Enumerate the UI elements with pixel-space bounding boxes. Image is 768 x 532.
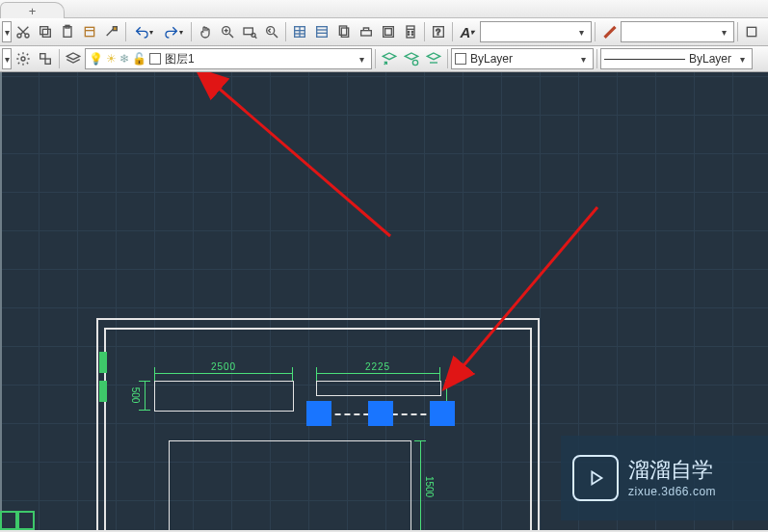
- main-toolbar: ▾ ▾ ▾: [0, 18, 768, 46]
- paste-icon[interactable]: [57, 21, 78, 42]
- calculator-icon[interactable]: [400, 21, 421, 42]
- plus-icon: +: [29, 4, 37, 18]
- pan-icon[interactable]: [195, 21, 216, 42]
- layer-states-icon[interactable]: [35, 48, 56, 69]
- layer-match-icon[interactable]: [423, 48, 444, 69]
- svg-rect-24: [317, 27, 328, 38]
- color-swatch: [455, 53, 466, 65]
- svg-text:?: ?: [436, 27, 440, 37]
- svg-rect-4: [42, 29, 50, 37]
- zoom-window-icon[interactable]: [239, 21, 260, 42]
- design-center-icon[interactable]: [378, 21, 399, 42]
- layer-toolbar: ▾ 💡 ☀ ❄ 🔓 图层1 ▾ ByLayer ▾ ByLayer ▾: [0, 46, 768, 72]
- properties-palette-icon[interactable]: [311, 21, 332, 42]
- linetype-label: ByLayer: [689, 52, 731, 66]
- svg-point-36: [408, 34, 409, 35]
- svg-rect-31: [385, 29, 392, 36]
- layer-on-icon: 💡: [89, 52, 103, 66]
- watermark-logo-icon: [572, 455, 619, 501]
- linetype-dropdown[interactable]: ByLayer ▾: [600, 48, 753, 69]
- snap-indicator: [15, 511, 35, 530]
- svg-point-41: [21, 57, 25, 61]
- cut-icon[interactable]: [13, 21, 34, 42]
- svg-point-34: [408, 31, 409, 32]
- brush-icon[interactable]: [598, 21, 620, 42]
- layer-dropdown[interactable]: 💡 ☀ ❄ 🔓 图层1 ▾: [85, 48, 372, 69]
- watermark: 溜溜自学 zixue.3d66.com: [561, 436, 768, 520]
- svg-line-17: [254, 37, 256, 39]
- svg-rect-43: [45, 59, 50, 64]
- sheetset-icon[interactable]: [333, 21, 355, 42]
- help-icon[interactable]: ?: [428, 21, 449, 42]
- linetype-sample-icon: [604, 59, 685, 60]
- grip-end[interactable]: [430, 401, 455, 426]
- svg-rect-5: [40, 27, 48, 35]
- table-icon[interactable]: [289, 21, 310, 42]
- color-label: ByLayer: [470, 52, 576, 66]
- dimension-1500: 1500: [424, 476, 435, 497]
- tool-palette-icon[interactable]: [356, 21, 377, 42]
- textstyle-dropdown[interactable]: ▾: [480, 21, 592, 42]
- layer-name-label: 图层1: [165, 51, 355, 67]
- titlebar: +: [0, 0, 768, 18]
- zoom-previous-icon[interactable]: [261, 21, 282, 42]
- layer-color-swatch: [149, 53, 161, 65]
- layer-previous-icon[interactable]: [379, 48, 400, 69]
- dimension-2225: 2225: [365, 361, 390, 372]
- layer-manager-icon[interactable]: [63, 48, 84, 69]
- match-properties-icon[interactable]: [101, 21, 122, 42]
- drawing-canvas[interactable]: 2500 500 2225 1500: [0, 72, 768, 530]
- watermark-title: 溜溜自学: [628, 457, 716, 485]
- layer-vp-icon: ❄: [119, 52, 129, 66]
- layer-lock-icon: 🔓: [132, 52, 146, 66]
- brush-dropdown[interactable]: ▾: [621, 21, 734, 42]
- svg-rect-8: [85, 27, 93, 36]
- zoom-realtime-icon[interactable]: [217, 21, 238, 42]
- layer-toolbar-overflow[interactable]: ▾: [2, 48, 12, 69]
- settings-icon[interactable]: [13, 48, 34, 69]
- svg-rect-10: [113, 27, 117, 31]
- svg-point-35: [411, 31, 412, 32]
- dimension-2500: 2500: [211, 361, 236, 372]
- svg-point-44: [412, 60, 417, 65]
- watermark-url: zixue.3d66.com: [628, 485, 716, 500]
- properties-icon[interactable]: [79, 21, 100, 42]
- svg-line-12: [229, 34, 233, 38]
- copy-icon[interactable]: [35, 21, 56, 42]
- svg-line-46: [216, 86, 390, 236]
- wall-mark: [99, 381, 107, 402]
- toolbar-overflow[interactable]: ▾: [2, 21, 12, 42]
- color-dropdown[interactable]: ByLayer ▾: [451, 48, 594, 69]
- svg-line-19: [274, 34, 278, 38]
- grip-mid[interactable]: [368, 401, 393, 426]
- undo-button[interactable]: ▾: [129, 21, 158, 42]
- redo-button[interactable]: ▾: [159, 21, 188, 42]
- svg-marker-48: [592, 472, 601, 485]
- extra-tool-icon[interactable]: [741, 21, 762, 42]
- wall-mark: [99, 352, 107, 373]
- svg-rect-40: [747, 27, 755, 36]
- svg-rect-42: [40, 54, 45, 59]
- grip-start[interactable]: [306, 401, 331, 426]
- textstyle-icon[interactable]: A▾: [456, 21, 479, 42]
- layer-freeze-icon: ☀: [106, 52, 117, 66]
- svg-line-47: [461, 207, 597, 369]
- dimension-500: 500: [130, 387, 141, 404]
- svg-point-37: [411, 34, 412, 35]
- document-tab-new[interactable]: +: [0, 2, 65, 18]
- layer-isolate-icon[interactable]: [401, 48, 422, 69]
- svg-rect-29: [361, 31, 372, 36]
